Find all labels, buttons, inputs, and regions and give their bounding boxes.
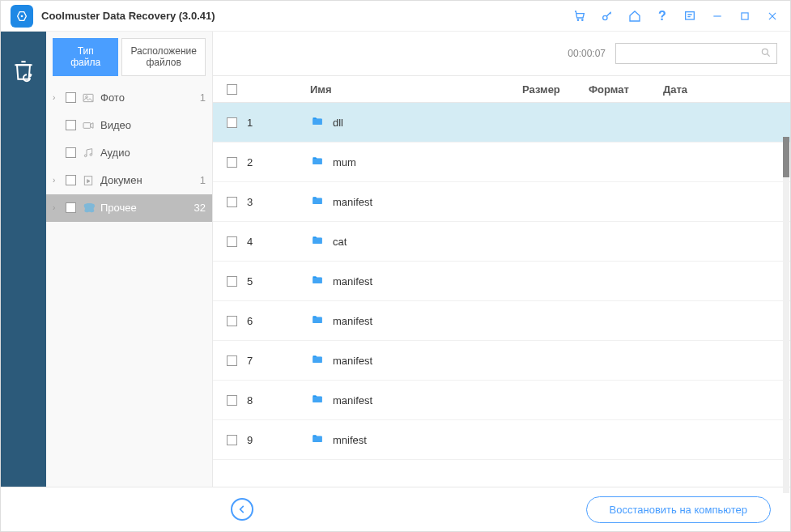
row-checkbox[interactable] xyxy=(216,157,247,168)
left-nav xyxy=(1,32,46,487)
expand-icon[interactable]: › xyxy=(53,93,61,102)
table-header: Имя Размер Формат Дата xyxy=(213,75,790,103)
scrollbar-thumb[interactable] xyxy=(783,137,789,177)
row-name: mum xyxy=(333,156,356,168)
recycle-bin-icon[interactable] xyxy=(9,56,38,85)
tree-checkbox[interactable] xyxy=(66,147,76,158)
footer: Восстановить на компьютер xyxy=(1,487,790,531)
row-name: manifest xyxy=(333,275,372,287)
table-row[interactable]: 5 manifest xyxy=(213,262,790,301)
row-number: 4 xyxy=(247,236,310,248)
row-number: 3 xyxy=(247,196,310,208)
table-row[interactable]: 2 mum xyxy=(213,143,790,182)
table-row[interactable]: 3 manifest xyxy=(213,182,790,222)
row-name: manifest xyxy=(333,196,372,208)
row-checkbox[interactable] xyxy=(216,395,247,406)
back-button[interactable] xyxy=(231,498,253,521)
row-name: dll xyxy=(333,117,343,129)
folder-icon xyxy=(310,353,325,368)
table-row[interactable]: 1 dll xyxy=(213,103,790,143)
col-format[interactable]: Формат xyxy=(589,83,663,96)
svg-rect-11 xyxy=(83,122,91,128)
key-icon[interactable] xyxy=(599,8,615,24)
tree-label: Фото xyxy=(100,92,192,104)
row-checkbox[interactable] xyxy=(216,276,247,287)
row-checkbox[interactable] xyxy=(216,117,247,128)
video-icon xyxy=(81,118,96,133)
cart-icon[interactable] xyxy=(572,8,588,24)
search-box[interactable] xyxy=(615,43,777,64)
row-name: manifest xyxy=(333,315,372,327)
select-all-checkbox[interactable] xyxy=(216,84,247,95)
tree-item-photo[interactable]: › Фото 1 xyxy=(46,84,212,112)
table-row[interactable]: 7 manifest xyxy=(213,341,790,381)
content-area: 00:00:07 Имя Размер Формат Дата 1 dll xyxy=(213,32,790,487)
col-name[interactable]: Имя xyxy=(310,83,522,96)
row-number: 2 xyxy=(247,156,310,168)
row-name: mnifest xyxy=(333,434,367,446)
table-row[interactable]: 4 cat xyxy=(213,222,790,262)
category-tree: › Фото 1 Видео Аудио › Докумен 1 › Проче… xyxy=(46,84,212,222)
tree-item-video[interactable]: Видео xyxy=(46,112,212,139)
table-row[interactable]: 8 manifest xyxy=(213,381,790,420)
row-checkbox[interactable] xyxy=(216,236,247,247)
svg-line-16 xyxy=(768,53,770,56)
table-row[interactable]: 6 manifest xyxy=(213,301,790,341)
home-icon[interactable] xyxy=(627,8,643,24)
row-number: 9 xyxy=(247,434,310,446)
titlebar: Coolmuster Data Recovery (3.0.41) ? xyxy=(1,1,790,32)
maximize-icon[interactable] xyxy=(737,8,753,24)
svg-rect-4 xyxy=(686,11,695,19)
row-number: 1 xyxy=(247,117,310,129)
table-row[interactable]: 9 mnifest xyxy=(213,420,790,460)
tree-count: 32 xyxy=(194,202,206,214)
svg-point-15 xyxy=(762,49,768,54)
col-size[interactable]: Размер xyxy=(522,83,589,96)
svg-point-1 xyxy=(577,19,578,20)
col-date[interactable]: Дата xyxy=(663,83,790,96)
row-number: 6 xyxy=(247,315,310,327)
folder-icon xyxy=(310,432,325,447)
row-name: manifest xyxy=(333,394,372,406)
tree-label: Прочее xyxy=(100,202,186,214)
tree-count: 1 xyxy=(200,174,206,186)
tree-item-audio[interactable]: Аудио xyxy=(46,139,212,167)
svg-point-2 xyxy=(582,19,583,20)
row-checkbox[interactable] xyxy=(216,435,247,445)
doc-icon xyxy=(81,173,96,188)
tree-checkbox[interactable] xyxy=(66,120,76,130)
tab-file-location[interactable]: Расположение файлов xyxy=(121,38,206,76)
row-name: manifest xyxy=(333,355,372,367)
tree-checkbox[interactable] xyxy=(66,175,76,185)
tab-file-type[interactable]: Тип файла xyxy=(53,38,118,76)
row-checkbox[interactable] xyxy=(216,316,247,326)
feedback-icon[interactable] xyxy=(682,8,698,24)
other-icon xyxy=(81,201,96,215)
folder-icon xyxy=(310,115,325,130)
expand-icon[interactable]: › xyxy=(53,176,61,185)
tree-checkbox[interactable] xyxy=(66,202,76,213)
row-checkbox[interactable] xyxy=(216,355,247,366)
search-icon[interactable] xyxy=(760,47,772,61)
row-checkbox[interactable] xyxy=(216,197,247,207)
close-icon[interactable] xyxy=(764,8,780,24)
table-body: 1 dll 2 mum 3 manifest 4 cat xyxy=(213,103,790,487)
photo-icon xyxy=(81,91,96,105)
recover-button[interactable]: Восстановить на компьютер xyxy=(586,496,771,523)
tree-item-doc[interactable]: › Докумен 1 xyxy=(46,167,212,194)
tree-item-other[interactable]: › Прочее 32 xyxy=(46,194,212,222)
help-icon[interactable]: ? xyxy=(654,8,670,24)
svg-point-3 xyxy=(603,15,607,19)
scrollbar[interactable] xyxy=(783,137,789,493)
row-number: 7 xyxy=(247,355,310,367)
tree-checkbox[interactable] xyxy=(66,92,76,103)
svg-rect-6 xyxy=(742,12,748,19)
row-name: cat xyxy=(333,236,347,248)
row-number: 5 xyxy=(247,275,310,287)
search-input[interactable] xyxy=(621,48,760,59)
app-logo xyxy=(11,5,33,28)
toolbar: 00:00:07 xyxy=(213,32,790,75)
expand-icon[interactable]: › xyxy=(53,203,61,212)
sidebar: Тип файла Расположение файлов › Фото 1 В… xyxy=(46,32,213,487)
minimize-icon[interactable] xyxy=(709,8,725,24)
